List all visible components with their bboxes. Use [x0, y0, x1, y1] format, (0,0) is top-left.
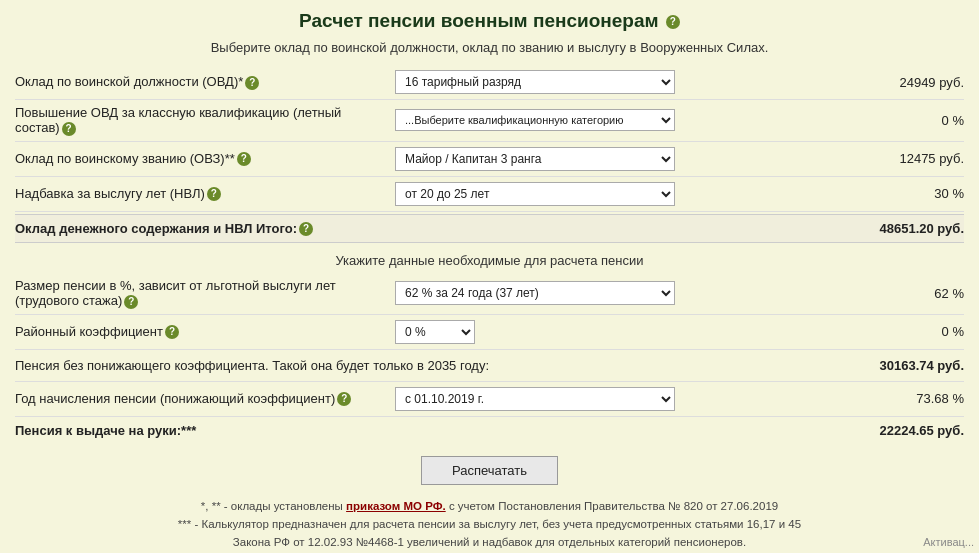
nvl-value: 30 %	[675, 186, 964, 201]
ovd-klass-control: ...Выберите квалификационную категорию	[395, 109, 675, 131]
form-section-1: Оклад по воинской должности (ОВД)*? 16 т…	[15, 65, 964, 243]
year-coef-control: с 01.10.2019 г.	[395, 387, 675, 411]
footer-decree-link[interactable]: приказом МО РФ.	[346, 500, 446, 512]
watermark: Активац...	[923, 536, 974, 548]
year-coef-row: Год начисления пенсии (понижающий коэффи…	[15, 382, 964, 417]
nvl-select[interactable]: от 20 до 25 лет	[395, 182, 675, 206]
ovd-control: 16 тарифный разряд	[395, 70, 675, 94]
final-pension-row: Пенсия к выдаче на руки:*** 22224.65 руб…	[15, 417, 964, 444]
title-help-icon[interactable]: ?	[666, 15, 680, 29]
region-coef-help-icon[interactable]: ?	[165, 325, 179, 339]
pension-pct-value: 62 %	[675, 286, 964, 301]
region-coef-label: Районный коэффициент?	[15, 324, 395, 340]
pension-pct-select[interactable]: 62 % за 24 года (37 лет)	[395, 281, 675, 305]
title-text: Расчет пенсии военным пенсионерам	[299, 10, 658, 31]
region-coef-value: 0 %	[675, 324, 964, 339]
section2-header: Укажите данные необходимые для расчета п…	[15, 245, 964, 273]
pension-pct-row: Размер пенсии в %, зависит от льготной в…	[15, 273, 964, 315]
year-coef-select[interactable]: с 01.10.2019 г.	[395, 387, 675, 411]
pension-pct-help-icon[interactable]: ?	[124, 295, 138, 309]
form-section-2: Размер пенсии в %, зависит от льготной в…	[15, 273, 964, 444]
page-title: Расчет пенсии военным пенсионерам ?	[15, 10, 964, 32]
ovd-klass-row: Повышение ОВД за классную квалификацию (…	[15, 100, 964, 142]
ovz-help-icon[interactable]: ?	[237, 152, 251, 166]
subtitle: Выберите оклад по воинской должности, ок…	[15, 40, 964, 55]
footer-line2: *** - Калькулятор предназначен для расче…	[15, 515, 964, 533]
pension-pct-label: Размер пенсии в %, зависит от льготной в…	[15, 278, 395, 309]
nvl-label: Надбавка за выслугу лет (НВЛ)?	[15, 186, 395, 202]
ovz-label: Оклад по воинскому званию (ОВЗ)**?	[15, 151, 395, 167]
ovd-value: 24949 руб.	[675, 75, 964, 90]
ovz-value: 12475 руб.	[675, 151, 964, 166]
ovd-klass-select[interactable]: ...Выберите квалификационную категорию	[395, 109, 675, 131]
no-coef-row: Пенсия без понижающего коэффициента. Так…	[15, 350, 964, 382]
no-coef-value: 30163.74 руб.	[675, 358, 964, 373]
total-value: 48651.20 руб.	[675, 221, 964, 236]
pension-pct-control: 62 % за 24 года (37 лет)	[395, 281, 675, 305]
nvl-control: от 20 до 25 лет	[395, 182, 675, 206]
footer-line1: *, ** - оклады установлены приказом МО Р…	[15, 497, 964, 515]
print-button-wrapper: Распечатать	[15, 456, 964, 485]
ovz-control: Майор / Капитан 3 ранга	[395, 147, 675, 171]
ovd-help-icon[interactable]: ?	[245, 76, 259, 90]
year-coef-help-icon[interactable]: ?	[337, 392, 351, 406]
nvl-help-icon[interactable]: ?	[207, 187, 221, 201]
ovd-select[interactable]: 16 тарифный разряд	[395, 70, 675, 94]
total-help-icon[interactable]: ?	[299, 222, 313, 236]
ovd-klass-value: 0 %	[675, 113, 964, 128]
year-coef-label: Год начисления пенсии (понижающий коэффи…	[15, 391, 395, 407]
region-coef-select[interactable]: 0 %	[395, 320, 475, 344]
ovz-select[interactable]: Майор / Капитан 3 ранга	[395, 147, 675, 171]
ovd-row: Оклад по воинской должности (ОВД)*? 16 т…	[15, 65, 964, 100]
region-coef-control: 0 %	[395, 320, 675, 344]
footer: *, ** - оклады установлены приказом МО Р…	[15, 497, 964, 553]
region-coef-row: Районный коэффициент? 0 % 0 %	[15, 315, 964, 350]
final-pension-label: Пенсия к выдаче на руки:***	[15, 423, 395, 438]
final-pension-value: 22224.65 руб.	[675, 423, 964, 438]
ovz-row: Оклад по воинскому званию (ОВЗ)**? Майор…	[15, 142, 964, 177]
no-coef-label: Пенсия без понижающего коэффициента. Так…	[15, 358, 675, 373]
ovd-label: Оклад по воинской должности (ОВД)*?	[15, 74, 395, 90]
year-coef-value: 73.68 %	[675, 391, 964, 406]
ovd-klass-help-icon[interactable]: ?	[62, 122, 76, 136]
print-button[interactable]: Распечатать	[421, 456, 558, 485]
footer-line3: Закона РФ от 12.02.93 №4468-1 увеличений…	[15, 533, 964, 551]
ovd-klass-label: Повышение ОВД за классную квалификацию (…	[15, 105, 395, 136]
nvl-row: Надбавка за выслугу лет (НВЛ)? от 20 до …	[15, 177, 964, 212]
total-row: Оклад денежного содержания и НВЛ Итого:?…	[15, 214, 964, 244]
total-label: Оклад денежного содержания и НВЛ Итого:?	[15, 221, 395, 237]
